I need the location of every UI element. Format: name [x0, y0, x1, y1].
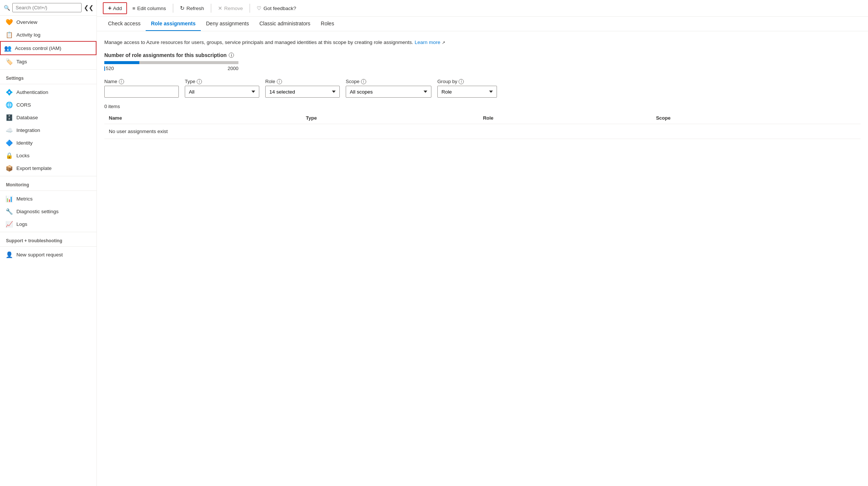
scope-info-icon[interactable]: i [361, 79, 366, 84]
table-body: No user assignments exist [104, 124, 861, 139]
tab-roles[interactable]: Roles [316, 17, 339, 31]
support-section-label: Support + troubleshooting [0, 234, 96, 245]
separator-2 [211, 4, 211, 13]
role-info-icon[interactable]: i [277, 79, 282, 84]
scope-filter-select[interactable]: All scopes This resource Inherited [346, 86, 431, 98]
toolbar: + Add ≡ Edit columns ↻ Refresh ✕ Remove … [97, 0, 868, 17]
group-by-filter-label: Group by i [437, 79, 497, 84]
progress-bar-container [104, 61, 238, 64]
database-icon: 🗄️ [6, 114, 13, 121]
group-by-info-icon[interactable]: i [459, 79, 464, 84]
search-input[interactable] [12, 3, 82, 12]
divider-6 [0, 246, 96, 247]
nav-authentication[interactable]: 💠 Authentication [0, 86, 96, 98]
integration-icon: ☁️ [6, 127, 13, 133]
tab-deny-assignments[interactable]: Deny assignments [201, 17, 254, 31]
name-info-icon[interactable]: i [119, 79, 124, 84]
plus-icon: + [108, 5, 111, 12]
nav-access-control-label: Access control (IAM) [15, 45, 61, 51]
overview-icon: 🧡 [6, 19, 13, 25]
table-section: 0 items Name Type Role Sco [104, 104, 861, 139]
role-filter-label: Role i [265, 79, 340, 84]
feedback-label: Got feedback? [263, 6, 296, 11]
count-section: Number of role assignments for this subs… [104, 52, 861, 71]
nav-logs[interactable]: 📈 Logs [0, 218, 96, 230]
role-filter-select[interactable]: 14 selected All Owner Contributor Reader [265, 86, 340, 98]
separator-3 [250, 4, 250, 13]
nav-new-support-request[interactable]: 👤 New support request [0, 248, 96, 261]
nav-cors[interactable]: 🌐 CORS [0, 98, 96, 111]
type-filter-select[interactable]: All User Group Service principal Managed… [185, 86, 259, 98]
divider-1 [0, 69, 96, 70]
tab-check-access[interactable]: Check access [103, 17, 146, 31]
edit-columns-icon: ≡ [132, 6, 135, 11]
nav-diagnostic-settings[interactable]: 🔧 Diagnostic settings [0, 205, 96, 218]
export-template-icon: 📦 [6, 165, 13, 171]
separator-1 [173, 4, 173, 13]
cors-icon: 🌐 [6, 101, 13, 108]
nav-access-control[interactable]: 👥 Access control (IAM) [0, 41, 96, 55]
identity-icon: 🔷 [6, 139, 13, 146]
sidebar: 🔍 ❮❮ 🧡 Overview 📋 Activity log 👥 Access … [0, 0, 97, 486]
nav-database-label: Database [16, 115, 38, 120]
nav-tags[interactable]: 🏷️ Tags [0, 55, 96, 68]
nav-overview-label: Overview [16, 19, 37, 25]
group-by-filter-select[interactable]: Role Type Scope [437, 86, 497, 98]
feedback-button[interactable]: ♡ Got feedback? [253, 3, 300, 13]
divider-5 [0, 232, 96, 232]
logs-icon: 📈 [6, 221, 13, 227]
count-info-icon[interactable]: i [229, 53, 234, 58]
edit-columns-label: Edit columns [137, 6, 166, 11]
remove-label: Remove [224, 6, 243, 11]
refresh-label: Refresh [187, 6, 204, 11]
divider-4 [0, 190, 96, 191]
name-filter-input[interactable] [104, 86, 179, 98]
settings-section-label: Settings [0, 71, 96, 82]
collapse-button[interactable]: ❮❮ [84, 4, 94, 11]
nav-metrics[interactable]: 📊 Metrics [0, 192, 96, 205]
authentication-icon: 💠 [6, 89, 13, 95]
max-value: 2000 [228, 66, 238, 71]
remove-button[interactable]: ✕ Remove [214, 3, 247, 13]
filters: Name i Type i All User Group Service pri… [104, 79, 861, 98]
nav-identity[interactable]: 🔷 Identity [0, 136, 96, 149]
progress-labels: 520 2000 [104, 66, 238, 71]
monitoring-section-label: Monitoring [0, 178, 96, 189]
role-filter-group: Role i 14 selected All Owner Contributor… [265, 79, 340, 98]
diagnostic-settings-icon: 🔧 [6, 208, 13, 215]
col-type: Type [301, 112, 478, 124]
nav-overview[interactable]: 🧡 Overview [0, 16, 96, 28]
refresh-button[interactable]: ↻ Refresh [176, 3, 208, 13]
search-icon: 🔍 [4, 5, 10, 11]
tab-role-assignments[interactable]: Role assignments [146, 17, 201, 31]
no-items-message: No user assignments exist [104, 124, 861, 139]
count-title: Number of role assignments for this subs… [104, 52, 861, 58]
col-scope: Scope [652, 112, 861, 124]
nav-identity-label: Identity [16, 140, 33, 146]
nav-integration[interactable]: ☁️ Integration [0, 124, 96, 136]
support-request-icon: 👤 [6, 251, 13, 258]
tags-icon: 🏷️ [6, 58, 13, 65]
main-content: + Add ≡ Edit columns ↻ Refresh ✕ Remove … [97, 0, 868, 486]
nav-database[interactable]: 🗄️ Database [0, 111, 96, 124]
type-info-icon[interactable]: i [197, 79, 202, 84]
current-value-marker: 520 [104, 66, 114, 71]
locks-icon: 🔒 [6, 152, 13, 159]
nav-activity-log[interactable]: 📋 Activity log [0, 28, 96, 41]
table-row: No user assignments exist [104, 124, 861, 139]
current-value: 520 [106, 66, 114, 71]
item-count: 0 items [104, 104, 861, 109]
tabs-bar: Check access Role assignments Deny assig… [97, 17, 868, 31]
nav-metrics-label: Metrics [16, 196, 33, 202]
learn-more-link[interactable]: Learn more [415, 40, 440, 45]
nav-export-template[interactable]: 📦 Export template [0, 162, 96, 174]
external-link-icon: ↗ [442, 40, 445, 45]
name-filter-label: Name i [104, 79, 179, 84]
edit-columns-button[interactable]: ≡ Edit columns [129, 4, 170, 13]
tab-classic-administrators[interactable]: Classic administrators [254, 17, 316, 31]
add-button[interactable]: + Add [103, 2, 127, 14]
nav-locks[interactable]: 🔒 Locks [0, 149, 96, 162]
type-filter-group: Type i All User Group Service principal … [185, 79, 259, 98]
name-filter-group: Name i [104, 79, 179, 98]
table-header: Name Type Role Scope [104, 112, 861, 124]
